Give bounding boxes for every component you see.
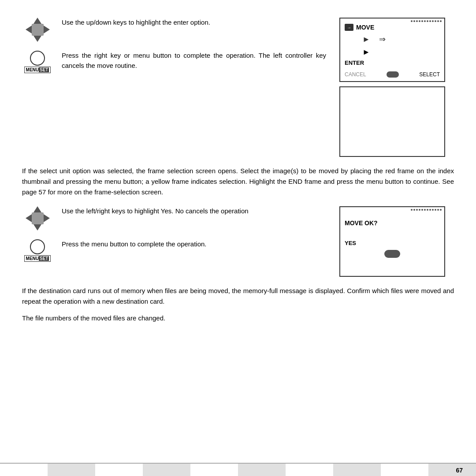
menu-btn-container-2: MENUSET <box>22 239 53 262</box>
page-number: 67 <box>456 467 463 474</box>
dpad-down-arrow <box>33 36 41 42</box>
dpad-center-2 <box>32 212 44 224</box>
set-text: SET <box>39 67 49 72</box>
lcd-arrows: ► ⇒ <box>362 34 440 44</box>
dpad-center <box>32 24 44 36</box>
dpad-right-arrow <box>44 26 50 33</box>
second-arrow-icon: ► <box>362 48 370 56</box>
left-column: Use the up/down keys to highlight the en… <box>22 18 326 73</box>
middle-text-block: If the select unit option was selected, … <box>22 166 454 197</box>
moveok-title: MOVE OK? <box>345 219 440 227</box>
lcd-dots-2 <box>411 209 442 211</box>
footer-text-1: If the destination card runs out of memo… <box>22 286 454 307</box>
oval-btn-2 <box>384 250 400 258</box>
menu-circle-2 <box>30 239 45 254</box>
dpad-controller-icon-2 <box>26 206 50 231</box>
select-label: SELECT <box>419 71 440 78</box>
dpad-controller-icon-1 <box>26 18 50 42</box>
dpad-up-arrow <box>33 18 41 24</box>
menu-set-icon-1: MENUSET <box>24 51 51 73</box>
step3-text: Use the left/right keys to highlight Yes… <box>62 206 326 216</box>
dpad-left-arrow <box>26 26 32 33</box>
dpad-icon-container-1 <box>22 18 53 42</box>
enter-label: ENTER <box>345 60 440 66</box>
icon-row-4: MENUSET Press the menu button to complet… <box>22 239 326 262</box>
page-content: Use the up/down keys to highlight the en… <box>0 0 476 341</box>
footer-text-2: The file numbers of the moved files are … <box>22 313 454 324</box>
top-section: Use the up/down keys to highlight the en… <box>22 18 454 157</box>
icon-row-3: Use the left/right keys to highlight Yes… <box>22 206 326 231</box>
bottom-left: Use the left/right keys to highlight Yes… <box>22 206 326 262</box>
arrow-filled-icon: ► <box>362 35 370 44</box>
dpad-up-arrow-2 <box>33 206 41 212</box>
arrow-outline-icon: ⇒ <box>379 34 386 44</box>
icon-row-2: MENUSET Press the right key or menu butt… <box>22 51 326 73</box>
oval-button-icon <box>387 71 399 78</box>
icon-row-1: Use the up/down keys to highlight the en… <box>22 18 326 42</box>
empty-panel <box>339 86 445 157</box>
menu-set-label-2: MENUSET <box>24 255 51 262</box>
cancel-label: CANCEL <box>345 71 366 78</box>
bottom-section: Use the left/right keys to highlight Yes… <box>22 206 454 277</box>
move-panel-title: MOVE <box>345 24 440 31</box>
moveok-panel: MOVE OK? YES <box>339 206 445 277</box>
dpad-down-arrow-2 <box>33 224 41 231</box>
menu-set-label: MENUSET <box>24 67 51 73</box>
dpad-left-arrow-2 <box>26 214 32 222</box>
menu-btn-container-1: MENUSET <box>22 51 53 73</box>
step2-text: Press the right key or menu button to co… <box>62 51 326 71</box>
set-text-2: SET <box>39 256 49 261</box>
yes-label: YES <box>345 240 440 246</box>
move-icon <box>345 24 353 31</box>
dpad-right-arrow-2 <box>44 214 50 222</box>
dpad-icon-container-2 <box>22 206 53 231</box>
oval-row <box>345 250 440 258</box>
bottom-right: MOVE OK? YES <box>339 206 454 277</box>
step1-text: Use the up/down keys to highlight the en… <box>62 18 326 28</box>
menu-text-2: MENU <box>26 256 39 261</box>
menu-text: MENU <box>26 67 39 72</box>
right-column: MOVE ► ⇒ ► ENTER CANCEL SELECT <box>339 18 454 157</box>
lcd-dots-1 <box>411 20 442 22</box>
step4-text: Press the menu button to complete the op… <box>62 239 326 249</box>
menu-circle <box>30 51 45 66</box>
lcd-bottom-row: CANCEL SELECT <box>345 71 440 78</box>
page-bar <box>0 463 476 476</box>
move-label: MOVE <box>356 24 374 31</box>
menu-set-icon-2: MENUSET <box>24 239 51 262</box>
move-panel: MOVE ► ⇒ ► ENTER CANCEL SELECT <box>339 18 445 82</box>
